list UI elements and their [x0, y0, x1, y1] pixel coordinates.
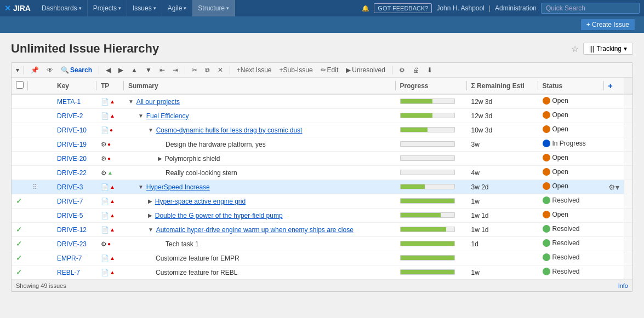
nav-issues[interactable]: Issues ▾: [127, 0, 162, 16]
jira-logo[interactable]: ✕ JIRA: [4, 4, 31, 13]
move-indent-button[interactable]: ⇤: [157, 65, 167, 75]
issue-key-link[interactable]: EMPR-7: [57, 255, 82, 262]
issue-key-link[interactable]: DRIVE-23: [57, 240, 87, 248]
summary-link[interactable]: Hyper-space active engine grid: [155, 198, 246, 205]
issue-key-link[interactable]: DRIVE-10: [57, 126, 87, 134]
nav-agile[interactable]: Agile ▾: [162, 0, 193, 16]
col-add-button[interactable]: +: [604, 78, 624, 94]
status-icon: [543, 211, 550, 218]
print-button[interactable]: 🖨: [411, 65, 421, 75]
cut-button[interactable]: ✂: [190, 65, 200, 75]
status-icon: [543, 253, 550, 261]
collapse-toggle[interactable]: ▼: [148, 127, 155, 133]
nav-structure[interactable]: Structure ▾: [192, 0, 235, 16]
row-check-cell: [12, 94, 28, 109]
collapse-toggle[interactable]: ▼: [138, 113, 145, 119]
row-watch-cell: [42, 194, 53, 209]
issue-key-link[interactable]: DRIVE-20: [57, 155, 87, 163]
move-right-button[interactable]: ▶: [116, 65, 126, 75]
settings-button[interactable]: ⚙: [397, 65, 407, 75]
unresolved-button[interactable]: ▶ Unresolved: [344, 65, 387, 75]
row-drag-handle[interactable]: [28, 265, 42, 280]
scrollbar-cell: [624, 94, 632, 109]
summary-link[interactable]: Automatic hyper-drive engine warm up whe…: [156, 226, 354, 234]
toolbar-collapse-icon[interactable]: ▾: [16, 66, 19, 74]
tracking-button[interactable]: ||| Tracking ▾: [583, 43, 633, 55]
row-action-cell: [604, 265, 624, 280]
export-button[interactable]: ⬇: [425, 65, 435, 75]
create-issue-button[interactable]: + Create Issue: [580, 19, 635, 31]
priority-icon: ▲: [110, 227, 115, 233]
favorite-star-icon[interactable]: ☆: [571, 44, 579, 54]
row-drag-handle[interactable]: [28, 152, 42, 166]
row-drag-handle[interactable]: [28, 237, 42, 251]
issue-table-container: ▾ 📌 👁 🔍 Search ◀ ▶ ▲ ▼ ⇤ ⇥ ✂ ⧉ ✕ +Next I…: [11, 62, 633, 292]
collapse-toggle[interactable]: ▶: [148, 198, 154, 204]
feedback-button[interactable]: GOT FEEDBACK?: [374, 3, 432, 13]
move-down-button[interactable]: ▼: [143, 65, 154, 75]
issue-key-link[interactable]: DRIVE-7: [57, 198, 83, 205]
delete-button[interactable]: ✕: [215, 65, 225, 75]
admin-link[interactable]: Administration: [495, 4, 537, 12]
scrollbar-cell: [624, 123, 632, 137]
edit-button[interactable]: ✏ Edit: [318, 65, 341, 75]
nav-projects[interactable]: Projects ▾: [88, 0, 127, 16]
nav-dashboards[interactable]: Dashboards ▾: [36, 0, 88, 16]
watch-button[interactable]: 👁: [44, 65, 55, 75]
row-drag-handle[interactable]: [28, 251, 42, 265]
move-outdent-button[interactable]: ⇥: [170, 65, 180, 75]
move-up-button[interactable]: ▲: [129, 65, 140, 75]
row-drag-handle[interactable]: [28, 123, 42, 137]
copy-button[interactable]: ⧉: [203, 65, 212, 75]
row-gear-icon[interactable]: ⚙▾: [608, 183, 619, 192]
row-drag-handle[interactable]: [28, 94, 42, 109]
collapse-toggle[interactable]: ▼: [138, 184, 145, 190]
row-status-cell: Resolved: [538, 251, 604, 265]
row-drag-handle[interactable]: ⠿: [28, 180, 42, 194]
status-badge: Resolved: [543, 239, 580, 247]
info-link[interactable]: Info: [618, 282, 628, 289]
progress-bar: [400, 99, 455, 104]
row-drag-handle[interactable]: [28, 223, 42, 237]
issue-key-link[interactable]: DRIVE-22: [57, 169, 87, 177]
next-issue-button[interactable]: +Next Issue: [235, 65, 274, 75]
issue-key-link[interactable]: DRIVE-3: [57, 183, 83, 191]
priority-icon: ●: [107, 241, 111, 247]
collapse-toggle[interactable]: ▼: [128, 99, 135, 105]
table-row: DRIVE-10📄●▼ Cosmo-dynamic hulls for less…: [12, 123, 632, 137]
search-button[interactable]: 🔍 Search: [59, 65, 94, 75]
row-drag-handle[interactable]: [28, 137, 42, 152]
row-drag-handle[interactable]: [28, 109, 42, 123]
toolbar-divider-3: [185, 66, 185, 74]
summary-link[interactable]: Fuel Efficiency: [146, 112, 189, 120]
row-remaining-cell: 3w: [467, 137, 538, 152]
sub-issue-button[interactable]: +Sub-Issue: [277, 65, 315, 75]
pin-button[interactable]: 📌: [29, 65, 41, 75]
summary-link[interactable]: All our projects: [136, 98, 180, 106]
move-up-left-button[interactable]: ◀: [104, 65, 113, 75]
select-all-checkbox[interactable]: [16, 81, 24, 89]
collapse-toggle[interactable]: ▶: [148, 212, 154, 218]
collapse-toggle[interactable]: ▼: [148, 227, 155, 233]
row-drag-handle[interactable]: [28, 209, 42, 223]
summary-link[interactable]: HyperSpeed Increase: [146, 183, 210, 191]
quick-search-input[interactable]: [541, 3, 640, 14]
issue-key-link[interactable]: META-1: [57, 98, 81, 106]
summary-text: Design the hardware platform, yes: [166, 141, 266, 148]
row-key-cell: DRIVE-2: [53, 109, 96, 123]
summary-link[interactable]: Cosmo-dynamic hulls for less drag by cos…: [156, 126, 303, 134]
row-summary-cell: ▼ Fuel Efficiency: [124, 109, 396, 123]
row-progress-cell: [396, 152, 467, 166]
row-drag-handle[interactable]: [28, 166, 42, 180]
row-drag-handle[interactable]: [28, 194, 42, 209]
row-watch-cell: [42, 237, 53, 251]
row-status-cell: Resolved: [538, 194, 604, 209]
collapse-toggle[interactable]: ▶: [158, 155, 164, 161]
summary-link[interactable]: Double the G power of the hyper-field pu…: [155, 212, 283, 219]
issue-key-link[interactable]: DRIVE-5: [57, 212, 83, 219]
issue-key-link[interactable]: DRIVE-2: [57, 112, 83, 120]
issue-key-link[interactable]: DRIVE-19: [57, 141, 87, 148]
issue-key-link[interactable]: DRIVE-12: [57, 226, 87, 234]
issue-key-link[interactable]: REBL-7: [57, 269, 80, 276]
user-name[interactable]: John H. Ashpool: [436, 4, 484, 12]
